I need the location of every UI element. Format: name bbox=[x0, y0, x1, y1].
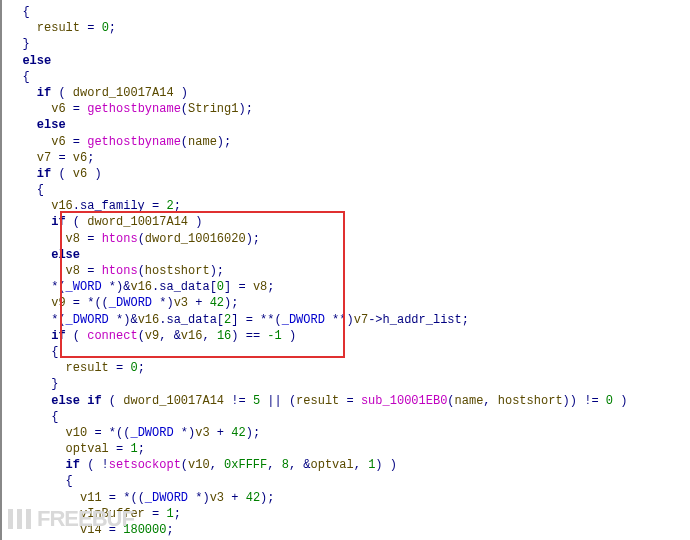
code-token: optval bbox=[311, 458, 354, 472]
code-token: 8 bbox=[282, 458, 289, 472]
code-token: = bbox=[66, 102, 88, 116]
code-token: ( bbox=[181, 102, 188, 116]
code-token: ; bbox=[87, 151, 94, 165]
code-token: , & bbox=[159, 329, 181, 343]
code-type: _DWORD bbox=[145, 491, 188, 505]
code-token: 16 bbox=[217, 329, 231, 343]
code-token: 2 bbox=[166, 199, 173, 213]
code-token: result bbox=[296, 394, 339, 408]
code-token: *)& bbox=[102, 280, 131, 294]
code-line: { bbox=[8, 183, 44, 197]
code-token: != bbox=[224, 394, 253, 408]
code-line: { bbox=[8, 474, 73, 488]
code-token: v16 bbox=[181, 329, 203, 343]
code-token: ->h_addr_list; bbox=[368, 313, 469, 327]
code-token: ; bbox=[174, 507, 181, 521]
code-token: 0 bbox=[217, 280, 224, 294]
code-token: ) bbox=[174, 86, 188, 100]
code-token: ; bbox=[109, 21, 116, 35]
code-token: v6 bbox=[8, 135, 66, 149]
code-token: v16 bbox=[8, 199, 73, 213]
code-token: v9 bbox=[8, 296, 66, 310]
code-token: hostshort bbox=[498, 394, 563, 408]
code-token: ); bbox=[217, 135, 231, 149]
code-token: ( bbox=[138, 329, 145, 343]
code-fn: gethostbyname bbox=[87, 135, 181, 149]
code-token: ) bbox=[188, 215, 202, 229]
code-token: = *(( bbox=[102, 491, 145, 505]
code-token: ( bbox=[138, 264, 145, 278]
code-token: = bbox=[80, 232, 102, 246]
code-line: { bbox=[8, 70, 30, 84]
code-keyword: if bbox=[8, 167, 51, 181]
code-token: ); bbox=[246, 232, 260, 246]
code-line: { bbox=[8, 410, 58, 424]
code-token: = bbox=[145, 507, 167, 521]
code-token: = *(( bbox=[66, 296, 109, 310]
code-token: ( bbox=[181, 458, 188, 472]
code-token: + bbox=[224, 491, 246, 505]
code-token: v16 bbox=[130, 280, 152, 294]
code-token: name bbox=[188, 135, 217, 149]
code-token: v3 bbox=[174, 296, 188, 310]
code-token: ( ! bbox=[80, 458, 109, 472]
code-token: ) ) bbox=[375, 458, 397, 472]
code-token: 0 bbox=[130, 361, 137, 375]
code-token: = *(( bbox=[87, 426, 130, 440]
code-token: ( bbox=[66, 215, 88, 229]
code-keyword: else bbox=[8, 248, 80, 262]
code-token: = bbox=[51, 151, 73, 165]
code-fn: sub_10001EB0 bbox=[361, 394, 447, 408]
code-token: ; bbox=[174, 199, 181, 213]
code-token: , bbox=[483, 394, 497, 408]
code-token: ); bbox=[260, 491, 274, 505]
code-token: 42 bbox=[246, 491, 260, 505]
code-token: v6 bbox=[73, 151, 87, 165]
code-token: = bbox=[102, 523, 124, 537]
code-token: dword_10017A14 bbox=[73, 86, 174, 100]
code-token: 0xFFFF bbox=[224, 458, 267, 472]
code-token: v7 bbox=[8, 151, 51, 165]
code-token: ; bbox=[138, 442, 145, 456]
code-keyword: else if bbox=[8, 394, 102, 408]
code-token: ); bbox=[224, 296, 238, 310]
code-token: result bbox=[8, 361, 109, 375]
code-token: **) bbox=[325, 313, 354, 327]
code-token: ] = **( bbox=[231, 313, 281, 327]
code-token: -1 bbox=[267, 329, 281, 343]
code-token: ); bbox=[238, 102, 252, 116]
code-keyword: else bbox=[8, 54, 51, 68]
code-token: String1 bbox=[188, 102, 238, 116]
code-keyword: if bbox=[8, 86, 51, 100]
code-token: ; bbox=[166, 523, 173, 537]
code-token: .sa_family = bbox=[73, 199, 167, 213]
code-keyword: else bbox=[8, 118, 66, 132]
code-token: || ( bbox=[260, 394, 296, 408]
code-token: ) bbox=[613, 394, 627, 408]
code-fn: connect bbox=[87, 329, 137, 343]
code-token: .sa_data[ bbox=[152, 280, 217, 294]
code-token: v3 bbox=[210, 491, 224, 505]
code-token: = bbox=[66, 135, 88, 149]
code-token: ( bbox=[181, 135, 188, 149]
code-token: *)& bbox=[109, 313, 138, 327]
code-token: = bbox=[109, 361, 131, 375]
code-token: + bbox=[188, 296, 210, 310]
code-token: v6 bbox=[73, 167, 87, 181]
code-token: *( bbox=[8, 280, 66, 294]
code-type: _DWORD bbox=[282, 313, 325, 327]
code-token: ) bbox=[282, 329, 296, 343]
code-type: _DWORD bbox=[66, 313, 109, 327]
code-token: 42 bbox=[210, 296, 224, 310]
code-token: v8 bbox=[8, 264, 80, 278]
code-fn: setsockopt bbox=[109, 458, 181, 472]
code-token: )) != bbox=[563, 394, 606, 408]
code-token: v6 bbox=[8, 102, 66, 116]
code-token: ) == bbox=[231, 329, 267, 343]
code-token: vInBuffer bbox=[8, 507, 145, 521]
code-token: v11 bbox=[8, 491, 102, 505]
code-token: ] = bbox=[224, 280, 253, 294]
code-token: v8 bbox=[8, 232, 80, 246]
code-token: ); bbox=[210, 264, 224, 278]
code-token: *( bbox=[8, 313, 66, 327]
